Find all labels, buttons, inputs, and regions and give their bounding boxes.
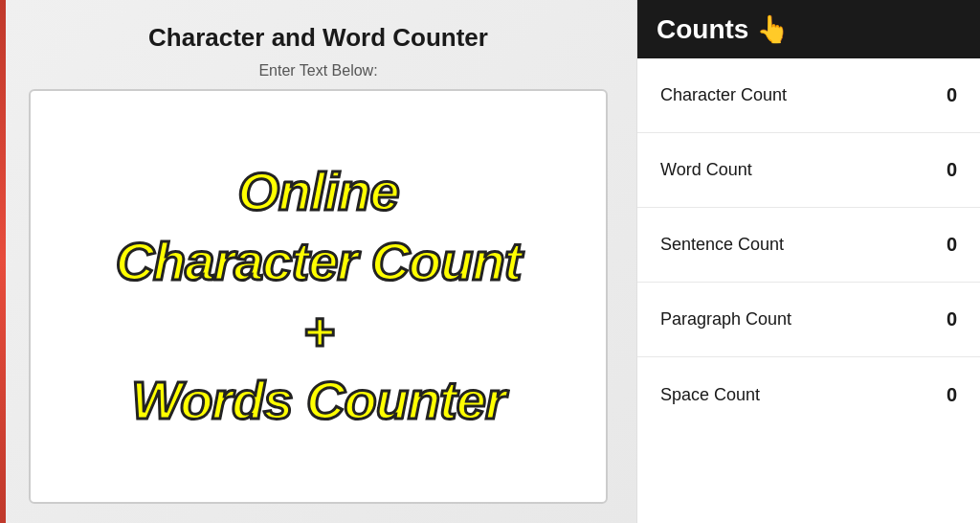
counts-icon: 👆 (756, 13, 790, 45)
sentence-count-row: Sentence Count 0 (637, 208, 980, 283)
placeholder-line-1: Online (116, 157, 522, 227)
counts-title: Counts (657, 14, 748, 45)
space-count-label: Space Count (660, 385, 760, 405)
placeholder-text: Online Character Count + Words Counter (116, 157, 522, 436)
text-input-area[interactable]: Online Character Count + Words Counter (29, 89, 608, 504)
placeholder-line-3: + (116, 297, 522, 367)
character-count-value: 0 (947, 84, 957, 106)
left-panel: Character and Word Counter Enter Text Be… (0, 0, 636, 523)
paragraph-count-value: 0 (947, 308, 957, 330)
character-count-label: Character Count (660, 85, 787, 105)
counts-header: Counts 👆 (637, 0, 980, 58)
space-count-value: 0 (947, 384, 957, 406)
right-panel: Counts 👆 Character Count 0 Word Count 0 … (636, 0, 980, 523)
paragraph-count-row: Paragraph Count 0 (637, 283, 980, 357)
word-count-value: 0 (947, 159, 957, 181)
placeholder-line-4: Words Counter (116, 366, 522, 436)
character-count-row: Character Count 0 (637, 58, 980, 133)
space-count-row: Space Count 0 (637, 357, 980, 432)
page-title: Character and Word Counter (148, 23, 488, 53)
word-count-row: Word Count 0 (637, 133, 980, 208)
placeholder-line-2: Character Count (116, 227, 522, 297)
sentence-count-label: Sentence Count (660, 235, 784, 255)
sentence-count-value: 0 (947, 234, 957, 256)
word-count-label: Word Count (660, 160, 752, 180)
paragraph-count-label: Paragraph Count (660, 309, 791, 330)
enter-text-label: Enter Text Below: (258, 62, 377, 80)
